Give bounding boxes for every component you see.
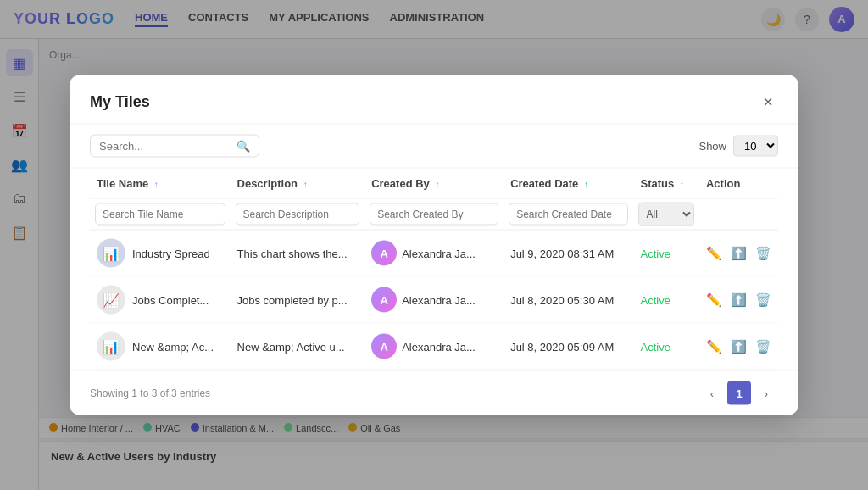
filter-tile-name-input[interactable]	[95, 203, 225, 226]
row3-description: New &amp; Active u...	[231, 323, 365, 370]
row1-user-avatar: A	[371, 241, 397, 266]
row3-tile-icon: 📊	[97, 332, 125, 361]
row2-share-icon[interactable]: ⬆️	[731, 292, 747, 308]
row2-delete-icon[interactable]: 🗑️	[755, 292, 771, 308]
table-filter-row: All Active Inactive	[90, 198, 778, 230]
row2-status: Active	[633, 276, 698, 323]
row1-tile-name: Industry Spread	[132, 247, 210, 259]
col-created-date[interactable]: Created Date ↑	[504, 169, 633, 199]
row3-delete-icon[interactable]: 🗑️	[755, 339, 771, 354]
showing-entries-text: Showing 1 to 3 of 3 entries	[90, 387, 210, 399]
row2-tile-name-cell: 📈 Jobs Complet...	[90, 276, 231, 323]
table-row: 📈 Jobs Complet... Jobs completed by p...…	[90, 276, 778, 323]
modal-table-container: Tile Name ↑ Description ↑ Created By ↑ C…	[70, 169, 798, 370]
sort-tile-name-icon: ↑	[154, 180, 159, 189]
filter-status-select[interactable]: All Active Inactive	[638, 203, 693, 226]
pagination-page-1-button[interactable]: 1	[727, 381, 751, 405]
col-created-by[interactable]: Created By ↑	[364, 169, 504, 199]
row1-created-by: A Alexandra Ja...	[364, 230, 504, 276]
filter-created-date-cell	[504, 198, 633, 230]
row2-user-name: Alexandra Ja...	[402, 293, 476, 306]
row1-status: Active	[633, 230, 698, 276]
row2-action: ✏️ ⬆️ 🗑️	[699, 276, 778, 323]
sort-created-date-icon: ↑	[584, 180, 588, 189]
filter-action-cell	[699, 198, 778, 230]
row3-user-avatar: A	[371, 334, 397, 359]
table-row: 📊 New &amp; Ac... New &amp; Active u... …	[90, 323, 778, 370]
row3-user-name: Alexandra Ja...	[402, 340, 476, 353]
modal-close-button[interactable]: ×	[758, 91, 778, 114]
show-entries-control: Show 10 25 50	[698, 136, 778, 157]
row1-delete-icon[interactable]: 🗑️	[755, 246, 771, 261]
col-description[interactable]: Description ↑	[231, 169, 365, 199]
row3-tile-name: New &amp; Ac...	[132, 340, 214, 353]
row2-created-by: A Alexandra Ja...	[364, 276, 504, 323]
modal-search-input[interactable]	[99, 140, 231, 153]
row3-status: Active	[633, 323, 698, 370]
modal-title: My Tiles	[90, 93, 150, 111]
my-tiles-modal: My Tiles × 🔍 Show 10 25 50 Tile Name ↑	[70, 75, 798, 415]
row2-created-date: Jul 8, 2020 05:30 AM	[504, 276, 633, 323]
filter-status-cell: All Active Inactive	[633, 198, 698, 230]
row3-created-date: Jul 8, 2020 05:09 AM	[504, 323, 633, 370]
row1-tile-name-cell: 📊 Industry Spread	[90, 230, 231, 276]
show-label-text: Show	[698, 140, 726, 153]
row2-description: Jobs completed by p...	[231, 276, 365, 323]
filter-tile-name-cell	[90, 198, 231, 230]
row1-edit-icon[interactable]: ✏️	[706, 246, 722, 261]
tiles-table: Tile Name ↑ Description ↑ Created By ↑ C…	[90, 169, 778, 370]
row3-created-by: A Alexandra Ja...	[364, 323, 504, 370]
row3-tile-name-cell: 📊 New &amp; Ac...	[90, 323, 231, 370]
col-status[interactable]: Status ↑	[633, 169, 698, 199]
search-icon: 🔍	[236, 140, 250, 153]
sort-created-by-icon: ↑	[435, 180, 439, 189]
sort-description-icon: ↑	[303, 180, 308, 189]
pagination: ‹ 1 ›	[700, 381, 778, 405]
row2-tile-name: Jobs Complet...	[132, 293, 209, 306]
row1-created-date: Jul 9, 2020 08:31 AM	[504, 230, 633, 276]
row2-user-avatar: A	[371, 287, 397, 313]
filter-created-date-input[interactable]	[509, 203, 628, 226]
show-entries-select[interactable]: 10 25 50	[733, 136, 778, 157]
filter-created-by-cell	[364, 198, 504, 230]
modal-toolbar: 🔍 Show 10 25 50	[70, 125, 798, 169]
row1-user-name: Alexandra Ja...	[402, 247, 476, 259]
modal-footer: Showing 1 to 3 of 3 entries ‹ 1 ›	[70, 370, 798, 415]
row1-tile-icon: 📊	[97, 239, 125, 268]
table-header-row: Tile Name ↑ Description ↑ Created By ↑ C…	[90, 169, 778, 199]
col-tile-name[interactable]: Tile Name ↑	[90, 169, 231, 199]
col-action: Action	[699, 169, 778, 199]
pagination-prev-button[interactable]: ‹	[700, 381, 724, 405]
modal-search-box[interactable]: 🔍	[90, 135, 259, 158]
row1-share-icon[interactable]: ⬆️	[731, 246, 747, 261]
row1-action: ✏️ ⬆️ 🗑️	[699, 230, 778, 276]
modal-header: My Tiles ×	[70, 75, 798, 125]
filter-created-by-input[interactable]	[370, 203, 498, 226]
row1-description: This chart shows the...	[231, 230, 365, 276]
pagination-next-button[interactable]: ›	[754, 381, 778, 405]
row3-edit-icon[interactable]: ✏️	[706, 339, 722, 354]
sort-status-icon: ↑	[680, 180, 684, 189]
filter-description-input[interactable]	[236, 203, 360, 226]
row2-tile-icon: 📈	[97, 286, 125, 315]
table-row: 📊 Industry Spread This chart shows the..…	[90, 230, 778, 276]
filter-description-cell	[231, 198, 365, 230]
row2-edit-icon[interactable]: ✏️	[706, 292, 722, 308]
row3-share-icon[interactable]: ⬆️	[731, 339, 747, 354]
row3-action: ✏️ ⬆️ 🗑️	[699, 323, 778, 370]
